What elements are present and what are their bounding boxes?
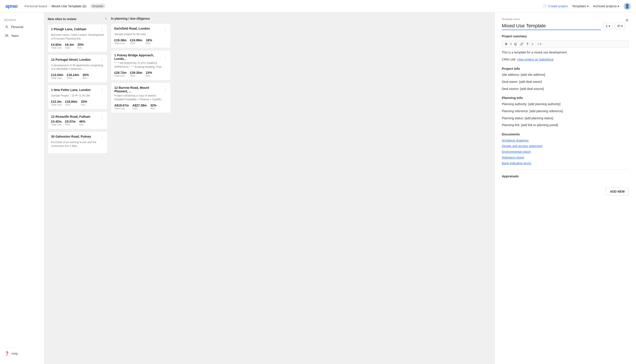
card-new-sites-1[interactable]: 12 Portugal Street, London⋮A development…: [48, 54, 107, 83]
stat-value: £19.38m: [114, 38, 126, 42]
stat: 25%RoC: [77, 43, 84, 49]
card-stats: £12.04mTotal cost£16.24mGDV26%RoC: [51, 73, 104, 79]
card-in-planning-1[interactable]: 1 Putney Bridge Approach, Londo...⋮* * *…: [111, 50, 171, 80]
breadcrumb-separator: /: [49, 4, 50, 8]
bold-button[interactable]: B: [504, 42, 508, 46]
stat-value: £4.82m: [51, 43, 62, 46]
card-title: 12 Rosaville Road, Fulham: [51, 115, 100, 118]
card-new-sites-3[interactable]: 12 Rosaville Road, Fulham⋮£3.42mTotal co…: [48, 112, 107, 129]
doc-link-bank[interactable]: Bank indicative terms: [502, 161, 629, 166]
stat-value: £24.99m: [130, 38, 142, 42]
card-in-planning-0[interactable]: Earlsfield Road, London⋮Sample project f…: [111, 24, 171, 48]
stat-label: GDV: [65, 103, 77, 106]
card-menu-button[interactable]: ⋮: [163, 27, 167, 32]
templates-chevron-icon: ▾: [587, 4, 589, 8]
card-title: Earlsfield Road, London: [114, 27, 163, 30]
card-header: 1 New Fetter Lane, London⋮: [51, 88, 104, 93]
help-button[interactable]: ❓ Help: [5, 351, 18, 356]
stat-label: Total cost: [51, 123, 62, 126]
card-menu-button[interactable]: ⋮: [100, 115, 104, 120]
templates-button[interactable]: Templates ▾: [572, 4, 589, 8]
sidebar-bottom: ❓ Help: [0, 348, 44, 360]
card-menu-button[interactable]: ⋮: [100, 135, 104, 140]
stat-label: Total cost: [51, 46, 62, 49]
stat-label: Total cost: [114, 42, 126, 44]
doc-link-architects[interactable]: Architects drawings: [502, 138, 629, 143]
card-menu-button[interactable]: ⋮: [100, 28, 104, 32]
card-header: 1 Putney Bridge Approach, Londo...⋮: [114, 54, 167, 60]
add-new-button[interactable]: ADD NEW: [606, 188, 629, 195]
stat-value: A$27.38m: [132, 104, 147, 107]
breadcrumb-parent[interactable]: Personal board: [25, 4, 47, 8]
stat: £24.99mGDV: [130, 38, 142, 44]
template-name-row: £ ▾ ft² ▾: [502, 22, 625, 30]
card-header: Earlsfield Road, London⋮: [114, 27, 167, 32]
archived-chevron-icon: ▾: [618, 4, 619, 8]
stat: £39.35mGDV: [130, 71, 142, 77]
stat-value: 46%: [79, 120, 85, 123]
close-button[interactable]: ✕: [625, 18, 629, 23]
create-project-icon: 📄: [542, 4, 547, 8]
stat-label: Total cost: [51, 77, 63, 79]
crm-link[interactable]: View project on Salesforce: [517, 58, 554, 61]
add-new-row: ADD NEW: [495, 185, 636, 198]
doc-link-highways[interactable]: Highways report: [502, 155, 629, 160]
card-description: Purchase of an existing house and the co…: [51, 140, 104, 148]
stat: £28.72mTotal cost: [114, 71, 126, 77]
doc-link-design[interactable]: Design and access statement: [502, 144, 629, 149]
card-new-sites-2[interactable]: 1 New Fetter Lane, London⋮Sample Project…: [48, 85, 107, 109]
doc-link-environmental[interactable]: Environmental report: [502, 149, 629, 154]
card-menu-button[interactable]: ⋮: [100, 88, 104, 93]
stat-value: 18%: [146, 38, 152, 42]
card-header: 12 Portugal Street, London⋮: [51, 58, 104, 63]
board-column-new-sites: New sites to review✎1 Plough Lane, Cobha…: [48, 16, 107, 360]
stat: 33%RoC: [81, 100, 87, 106]
card-header: 12 Burrow Road, Mount Pleasant, ...⋮: [114, 86, 167, 93]
card-title: 12 Portugal Street, London: [51, 58, 100, 62]
card-header: 30 Galveston Road, Putney⋮: [51, 135, 104, 140]
card-description: Sample project for 68 units: [114, 32, 167, 36]
card-stats: £19.38mTotal cost£24.99mGDV18%RoC: [114, 38, 167, 44]
card-menu-button[interactable]: ⋮: [163, 54, 167, 58]
stat: £3.42mTotal cost: [51, 120, 62, 126]
currency-selector[interactable]: £ ▾: [603, 23, 612, 30]
text-style-button[interactable]: T: [526, 42, 529, 46]
card-menu-button[interactable]: ⋮: [100, 58, 104, 63]
card-in-planning-2[interactable]: 12 Burrow Road, Mount Pleasant, ...⋮Proj…: [111, 82, 171, 113]
breadcrumb-current: Mixed Use Template (£): [52, 4, 86, 8]
card-new-sites-4[interactable]: 30 Galveston Road, Putney⋮Purchase of an…: [48, 132, 107, 154]
card-new-sites-0[interactable]: 1 Plough Lane, Cobham⋮Borrower name: Cli…: [48, 24, 107, 52]
sidebar-item-team[interactable]: Team: [0, 31, 44, 40]
user-avatar[interactable]: 👤: [624, 3, 631, 10]
stat: £12.04mTotal cost: [51, 73, 63, 79]
right-panel: ✕ Template name £ ▾ ft² ▾ Project s: [495, 12, 636, 364]
underline-button[interactable]: U: [514, 42, 517, 46]
stat-label: GDV: [65, 46, 74, 49]
card-menu-button[interactable]: ⋮: [163, 86, 167, 91]
numbered-list-button[interactable]: ⋮≡: [536, 42, 542, 46]
create-project-button[interactable]: 📄 Create project: [542, 4, 568, 8]
sidebar-item-personal[interactable]: Personal: [0, 22, 44, 31]
stat-value: £12.04m: [51, 73, 63, 77]
appraisals-title: Appraisals: [502, 174, 629, 179]
column-title-new-sites: New sites to review: [48, 17, 76, 21]
project-info-owner: Deal owner: [add deal owner]: [502, 79, 629, 84]
app-container: aprao Personal board / Mixed Use Templat…: [0, 0, 636, 364]
unit-selector[interactable]: ft² ▾: [615, 23, 625, 30]
archived-label: Archived projects: [593, 4, 617, 8]
stat-label: GDV: [130, 42, 142, 44]
create-project-label: Create project: [548, 4, 568, 8]
template-name-input[interactable]: [502, 22, 601, 30]
card-stats: £12.3mTotal cost£16.84mGDV33%RoC: [51, 100, 104, 106]
planning-link: Planning link: [add link to planning por…: [502, 122, 629, 128]
avatar-icon: 👤: [625, 4, 629, 8]
link-button[interactable]: 🔗: [519, 42, 524, 46]
card-stats: £4.82mTotal cost£6.4mGDV25%RoC: [51, 43, 104, 49]
stat-value: £12.3m: [51, 100, 62, 103]
edit-column-button[interactable]: ✎: [105, 17, 107, 21]
bullet-list-button[interactable]: ≡: [531, 42, 534, 46]
archived-projects-button[interactable]: Archived projects ▾: [593, 4, 619, 8]
card-title: 1 Putney Bridge Approach, Londo...: [114, 54, 163, 60]
planning-authority: Planning authority: [add planning author…: [502, 102, 629, 107]
italic-button[interactable]: I: [510, 42, 512, 46]
